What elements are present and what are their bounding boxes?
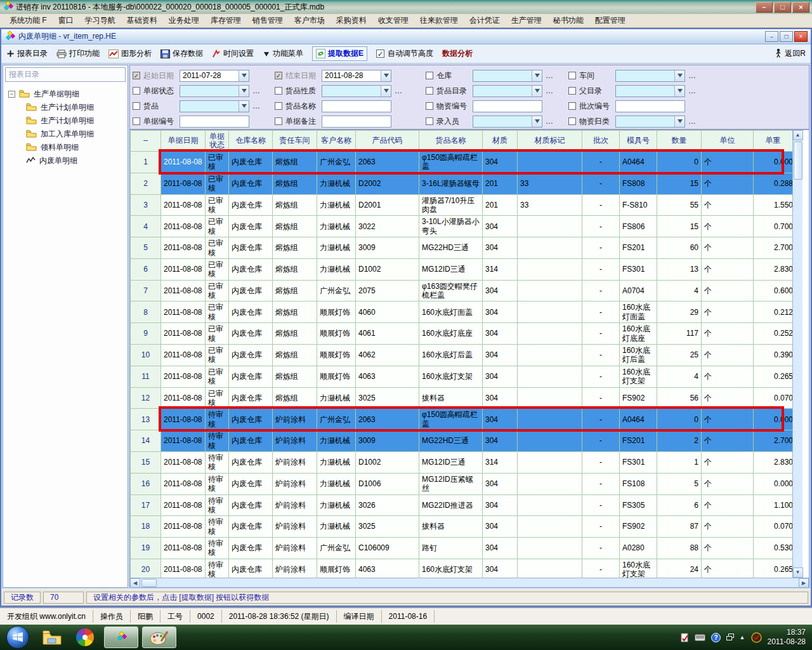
tree-item-生产单据明细[interactable]: −生产单据明细 [3, 88, 128, 101]
cell[interactable]: 56 [657, 387, 702, 409]
cell[interactable]: 5 [657, 473, 702, 494]
paint-taskbar-button[interactable] [142, 627, 176, 648]
menu-item-13[interactable]: 秘书功能 [547, 13, 589, 28]
cell[interactable]: 33 [518, 173, 582, 194]
table-row[interactable]: 132011-08-08待审核内废仓库炉前涂料广州金弘2063φ150圆高帽疏栏… [131, 409, 793, 430]
cell[interactable]: 已审核 [206, 323, 229, 345]
horizontal-scrollbar[interactable]: ◀ ▶ [130, 578, 809, 587]
table-row[interactable]: 152011-08-08待审核内废仓库炉前涂料力灏机械D1002MG12ID三通… [131, 451, 793, 473]
cell[interactable]: 88 [657, 538, 702, 559]
cell[interactable]: 已审核 [206, 258, 229, 280]
toolbar-button-保存数据[interactable]: 保存数据 [160, 48, 203, 59]
cell[interactable]: MG12ID三通 [419, 258, 483, 280]
ellipsis-button[interactable]: … [546, 71, 553, 80]
row-number[interactable]: 4 [131, 216, 161, 237]
cell[interactable]: 广州金弘 [317, 409, 356, 430]
cell[interactable] [518, 559, 582, 578]
notes-tray-icon[interactable] [681, 633, 689, 642]
keyboard-tray-icon[interactable] [695, 634, 705, 641]
filter-checkbox-批次编号[interactable] [568, 102, 576, 110]
cell[interactable]: 0.288 [754, 173, 793, 194]
cell[interactable]: - [582, 559, 620, 578]
cell[interactable]: 个 [702, 451, 754, 473]
cell[interactable]: 个 [702, 216, 754, 237]
cell[interactable]: 2011-08-08 [161, 216, 206, 237]
row-number[interactable]: 12 [131, 387, 161, 409]
row-number[interactable]: 3 [131, 194, 161, 216]
cell[interactable] [518, 216, 582, 237]
cell[interactable]: 广州金弘 [317, 538, 356, 559]
filter-checkbox-单据备注[interactable] [275, 117, 282, 125]
cell[interactable]: 13 [657, 258, 702, 280]
cell[interactable]: 路钉 [419, 538, 483, 559]
table-row[interactable]: 102011-08-08已审核内废仓库熔炼组顺展灯饰4062160水底灯后盖30… [131, 345, 793, 366]
cell[interactable]: 2063 [356, 409, 419, 430]
filter-input-车间[interactable] [615, 70, 685, 82]
cell[interactable]: - [582, 538, 620, 559]
filter-input-单据编号[interactable] [180, 116, 249, 128]
cell[interactable]: 炉前涂料 [273, 409, 317, 430]
cell[interactable]: 0.390 [754, 345, 793, 366]
cell[interactable]: - [582, 430, 620, 452]
cell[interactable]: 炉前涂料 [273, 430, 317, 452]
filter-checkbox-录入员[interactable] [426, 117, 433, 125]
cell[interactable]: 力灏机械 [317, 473, 356, 494]
cell[interactable]: 304 [483, 430, 518, 452]
table-row[interactable]: 22011-08-08已审核内废仓库熔炼组力灏机械D20023-16L灌肠器螺母… [131, 173, 793, 194]
cell[interactable]: 内废仓库 [229, 280, 273, 302]
cell[interactable]: 个 [702, 345, 754, 366]
ellipsis-button[interactable]: … [688, 71, 696, 80]
cell[interactable]: 4060 [356, 302, 419, 323]
cell[interactable]: 顺展灯饰 [317, 559, 356, 578]
cell[interactable]: 内废仓库 [229, 473, 273, 494]
ellipsis-button[interactable]: … [546, 117, 553, 126]
column-header-客户名称[interactable]: 客户名称 [317, 131, 356, 152]
cell[interactable]: 熔炼组 [273, 173, 317, 194]
filter-input-结束日期[interactable]: 2011-08-28 [322, 70, 391, 82]
cell[interactable]: 0.000 [754, 473, 793, 494]
dropdown-arrow-icon[interactable] [239, 70, 249, 81]
table-row[interactable]: 72011-08-08已审核内废仓库熔炼组广州金弘2075φ163圆交帽凳仔梳栏… [131, 280, 793, 302]
cell[interactable]: 熔炼组 [273, 366, 317, 387]
cell[interactable]: 0.070 [754, 516, 793, 538]
cell[interactable]: 160水底灯底座 [419, 323, 483, 345]
cell[interactable]: 个 [702, 559, 754, 578]
cell[interactable]: - [582, 409, 620, 430]
cell[interactable]: - [582, 280, 620, 302]
cell[interactable]: 待审核 [206, 409, 229, 430]
cell[interactable]: - [582, 323, 620, 345]
filter-checkbox-起始日期[interactable]: ✓ [133, 72, 140, 79]
toolbar-button-打印功能[interactable]: 打印功能 [56, 48, 100, 59]
cell[interactable]: 已审核 [206, 216, 229, 237]
dropdown-arrow-icon[interactable] [532, 70, 542, 81]
cell[interactable]: 4062 [356, 345, 419, 366]
scroll-left-icon[interactable]: ◀ [130, 578, 140, 588]
cell[interactable]: 1 [657, 451, 702, 473]
cell[interactable]: 0.265 [754, 366, 793, 387]
cell[interactable]: D2001 [356, 194, 419, 216]
column-header-模具号[interactable]: 模具号 [620, 131, 657, 152]
cell[interactable]: MG22ID推进器 [419, 494, 483, 516]
cell[interactable]: 87 [657, 516, 702, 538]
cell[interactable]: - [582, 258, 620, 280]
column-header-材质[interactable]: 材质 [483, 131, 518, 152]
cell[interactable]: 15 [657, 173, 702, 194]
cell[interactable]: 3022 [356, 216, 419, 237]
cell[interactable]: 304 [483, 559, 518, 578]
tree-item-领料单明细[interactable]: 领料单明细 [3, 141, 128, 154]
cell[interactable]: 3-16L灌肠器螺母 [419, 173, 483, 194]
cell[interactable] [518, 494, 582, 516]
table-row[interactable]: 112011-08-08已审核内废仓库熔炼组顺展灯饰4063160水底灯支架30… [131, 366, 793, 387]
cell[interactable]: 广州金弘 [317, 152, 356, 173]
cell[interactable]: 个 [702, 237, 754, 259]
cell[interactable]: 160水底灯面盖 [620, 302, 657, 323]
cell[interactable]: 力灏机械 [317, 451, 356, 473]
cell[interactable]: 个 [702, 173, 754, 194]
cell[interactable]: 2011-08-08 [161, 237, 206, 259]
column-header-单重[interactable]: 单重 [754, 131, 793, 152]
cell[interactable]: 0.000 [754, 152, 793, 173]
erp-app-taskbar-button[interactable] [104, 627, 138, 648]
column-header-责任车间[interactable]: 责任车间 [273, 131, 317, 152]
cell[interactable]: 304 [483, 216, 518, 237]
cell[interactable]: - [582, 366, 620, 387]
